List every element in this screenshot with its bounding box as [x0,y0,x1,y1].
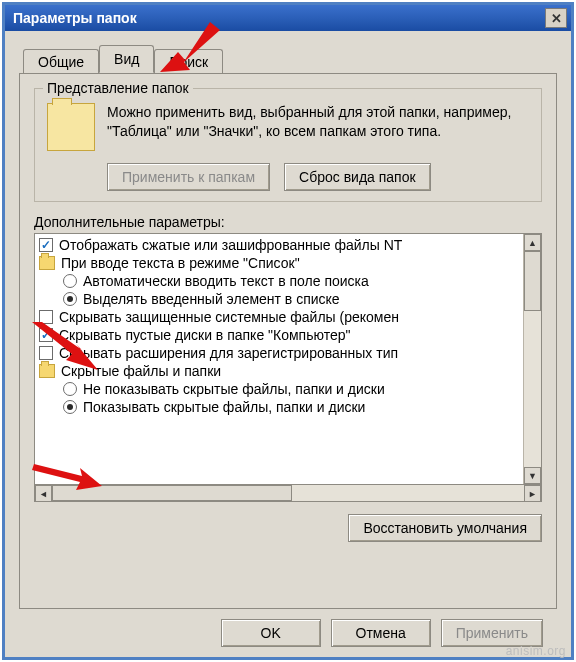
list-item[interactable]: Отображать сжатые или зашифрованные файл… [37,236,521,254]
list-item-label: При вводе текста в режиме "Список" [61,255,300,271]
folder-icon [39,364,55,378]
reset-folders-button[interactable]: Сброс вида папок [284,163,431,191]
horizontal-scrollbar[interactable]: ◄ ► [34,484,542,502]
radio-icon[interactable] [63,382,77,396]
checkbox-icon[interactable] [39,310,53,324]
list-item[interactable]: Показывать скрытые файлы, папки и диски [37,398,521,416]
dialog-buttons: OK Отмена Применить [19,609,557,647]
radio-icon[interactable] [63,400,77,414]
close-icon: ✕ [551,11,562,26]
list-item[interactable]: Выделять введенный элемент в списке [37,290,521,308]
hscroll-thumb[interactable] [52,485,292,501]
radio-icon[interactable] [63,292,77,306]
tab-view[interactable]: Вид [99,45,154,73]
list-item-label: Скрывать пустые диски в папке "Компьютер… [59,327,350,343]
advanced-list: Отображать сжатые или зашифрованные файл… [34,233,542,485]
close-button[interactable]: ✕ [545,8,567,28]
advanced-section: Дополнительные параметры: Отображать сжа… [34,214,542,542]
advanced-label: Дополнительные параметры: [34,214,542,230]
list-item-label: Выделять введенный элемент в списке [83,291,340,307]
vertical-scrollbar[interactable]: ▲ ▼ [523,234,541,484]
checkbox-icon[interactable] [39,328,53,342]
list-item-label: Скрывать защищенные системные файлы (рек… [59,309,399,325]
title-bar[interactable]: Параметры папок ✕ [5,5,571,31]
tab-search[interactable]: Поиск [154,49,223,74]
scroll-track[interactable] [524,251,541,467]
tab-row: Общие Вид Поиск [23,45,557,73]
tab-general[interactable]: Общие [23,49,99,74]
scroll-up-arrow-icon[interactable]: ▲ [524,234,541,251]
list-item-label: Скрывать расширения для зарегистрированн… [59,345,398,361]
scroll-left-arrow-icon[interactable]: ◄ [35,485,52,502]
advanced-list-items: Отображать сжатые или зашифрованные файл… [35,234,523,484]
list-item[interactable]: При вводе текста в режиме "Список" [37,254,521,272]
folder-view-description: Можно применить вид, выбранный для этой … [107,103,529,141]
folder-view-group: Представление папок Можно применить вид,… [34,88,542,202]
folder-icon [47,103,95,151]
list-item[interactable]: Скрытые файлы и папки [37,362,521,380]
list-item-label: Показывать скрытые файлы, папки и диски [83,399,365,415]
list-item-label: Не показывать скрытые файлы, папки и дис… [83,381,385,397]
list-item[interactable]: Скрывать защищенные системные файлы (рек… [37,308,521,326]
list-item-label: Скрытые файлы и папки [61,363,221,379]
list-item[interactable]: Скрывать расширения для зарегистрированн… [37,344,521,362]
checkbox-icon[interactable] [39,238,53,252]
restore-defaults-button[interactable]: Восстановить умолчания [348,514,542,542]
list-item[interactable]: Не показывать скрытые файлы, папки и дис… [37,380,521,398]
window-title: Параметры папок [13,10,545,26]
list-item-label: Отображать сжатые или зашифрованные файл… [59,237,402,253]
radio-icon[interactable] [63,274,77,288]
ok-button[interactable]: OK [221,619,321,647]
apply-button[interactable]: Применить [441,619,543,647]
cancel-button[interactable]: Отмена [331,619,431,647]
folder-view-caption: Представление папок [43,80,193,96]
checkbox-icon[interactable] [39,346,53,360]
hscroll-track[interactable] [52,485,524,501]
tab-content-view: Представление папок Можно применить вид,… [19,73,557,609]
apply-to-folders-button[interactable]: Применить к папкам [107,163,270,191]
folder-icon [39,256,55,270]
scroll-down-arrow-icon[interactable]: ▼ [524,467,541,484]
list-item[interactable]: Автоматически вводить текст в поле поиск… [37,272,521,290]
scroll-right-arrow-icon[interactable]: ► [524,485,541,502]
list-item-label: Автоматически вводить текст в поле поиск… [83,273,369,289]
list-item[interactable]: Скрывать пустые диски в папке "Компьютер… [37,326,521,344]
watermark: anisim.org [506,644,566,658]
dialog-body: Общие Вид Поиск Представление папок Можн… [5,31,571,657]
scroll-thumb[interactable] [524,251,541,311]
dialog-window: Параметры папок ✕ Общие Вид Поиск Предст… [2,2,574,660]
